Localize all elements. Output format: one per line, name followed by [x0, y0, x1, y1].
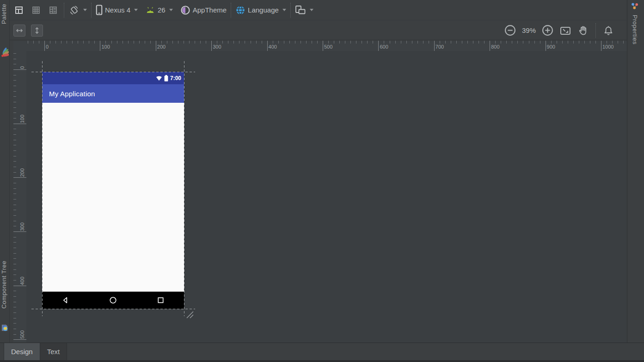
ruler-tick	[406, 41, 407, 44]
ruler-tick	[13, 69, 26, 70]
ruler-tick	[13, 253, 16, 254]
ruler-tick	[540, 41, 540, 44]
ruler-tick	[222, 41, 223, 44]
component-tree-tool-icon[interactable]	[1, 324, 9, 332]
ruler-tick	[13, 124, 26, 124]
ruler-tick	[13, 323, 16, 324]
toolbar-divider	[231, 3, 231, 18]
ruler-label: 900	[547, 44, 555, 50]
properties-tool-button[interactable]: Properties	[632, 15, 638, 44]
app-title: My Application	[49, 90, 95, 98]
ruler-tick	[328, 41, 329, 44]
ruler-tick	[13, 258, 16, 259]
ruler-tick	[156, 41, 156, 51]
ruler-tick	[273, 41, 273, 44]
ruler-tick	[562, 41, 563, 44]
orientation-selector[interactable]	[68, 5, 87, 16]
recents-icon[interactable]	[156, 296, 165, 305]
match-height-button[interactable]	[31, 25, 43, 37]
zoom-in-icon	[542, 25, 553, 36]
ruler-tick	[568, 41, 568, 44]
ruler-tick	[601, 41, 601, 51]
split-view-icon	[49, 6, 57, 14]
ruler-label: 200	[157, 44, 166, 50]
zoom-out-button[interactable]	[504, 25, 516, 36]
ruler-tick	[529, 41, 529, 44]
match-width-button[interactable]	[13, 25, 25, 37]
palette-tool-button[interactable]: Palette	[0, 4, 7, 24]
ruler-tick	[417, 41, 418, 44]
toolbar-divider	[595, 23, 596, 38]
tab-text[interactable]: Text	[40, 343, 67, 360]
variant-selector[interactable]	[295, 5, 313, 15]
ruler-tick	[13, 167, 16, 167]
vertical-ruler: 0100200300400500	[13, 51, 26, 343]
properties-tool-icon[interactable]	[631, 2, 639, 10]
tab-design[interactable]: Design	[4, 343, 40, 360]
ruler-tick	[13, 150, 16, 151]
ruler-tick	[306, 41, 307, 44]
device-preview[interactable]: 7:00 My Application	[42, 72, 184, 309]
variant-icon	[295, 5, 306, 15]
ruler-tick	[434, 41, 435, 51]
ruler-tick	[278, 41, 279, 44]
design-toolbar: Nexus 4 26 AppTheme	[10, 0, 627, 20]
ruler-label: 1000	[602, 44, 613, 50]
toolbar-divider	[290, 3, 291, 18]
ruler-tick	[167, 41, 167, 44]
navigation-bar[interactable]	[42, 292, 184, 309]
ruler-tick	[13, 280, 16, 281]
design-surface[interactable]: 7:00 My Application	[26, 51, 627, 343]
ruler-tick	[412, 41, 412, 44]
back-icon[interactable]	[61, 296, 70, 305]
api-level-selector[interactable]: 26	[145, 6, 173, 14]
ruler-tick	[13, 242, 16, 243]
device-selector[interactable]: Nexus 4	[96, 5, 138, 15]
ruler-tick	[13, 237, 16, 237]
status-bar[interactable]: 7:00	[42, 72, 184, 84]
device-label: Nexus 4	[105, 6, 130, 14]
ruler-tick	[478, 41, 479, 44]
ruler-label: 400	[19, 276, 25, 285]
zoom-controls: 39%	[504, 23, 614, 38]
ruler-tick	[245, 41, 245, 44]
ruler-tick	[13, 156, 16, 156]
ruler-tick	[239, 41, 239, 44]
ruler-tick	[13, 134, 16, 135]
language-selector[interactable]: Language	[235, 5, 286, 15]
ruler-tick	[440, 41, 440, 44]
layout-content-area[interactable]	[42, 103, 184, 292]
theme-selector[interactable]: AppTheme	[180, 5, 227, 15]
ruler-tick	[13, 302, 16, 302]
ruler-tick	[423, 41, 423, 44]
ruler-tick	[13, 199, 16, 200]
ruler-tick	[612, 41, 613, 44]
ruler-tick	[395, 41, 396, 44]
ruler-tick	[546, 41, 546, 51]
ruler-tick	[295, 41, 295, 44]
status-strip	[0, 360, 644, 362]
ruler-tick	[334, 41, 334, 44]
blueprint-view-button[interactable]	[30, 4, 43, 17]
zoom-to-fit-button[interactable]	[559, 25, 571, 36]
home-icon[interactable]	[109, 296, 117, 305]
notifications-button[interactable]	[603, 25, 614, 36]
selection-bound-left	[42, 61, 43, 316]
resize-handle-icon[interactable]	[185, 310, 194, 319]
chevron-down-icon	[169, 9, 173, 11]
component-tree-tool-button[interactable]: Component Tree	[0, 261, 7, 309]
design-view-button[interactable]	[12, 4, 25, 17]
ruler-tick	[378, 41, 379, 51]
ruler-label: 300	[19, 223, 25, 231]
pan-button[interactable]	[577, 25, 589, 36]
zoom-in-button[interactable]	[542, 25, 553, 36]
ruler-tick	[13, 248, 16, 248]
ruler-tick	[13, 129, 16, 129]
palette-tool-icon[interactable]	[1, 46, 9, 60]
wifi-icon	[156, 75, 162, 81]
android-icon	[145, 6, 155, 13]
split-view-button[interactable]	[47, 4, 60, 17]
app-bar[interactable]: My Application	[42, 84, 184, 103]
ruler-tick	[267, 41, 268, 51]
ruler-tick	[55, 41, 56, 44]
